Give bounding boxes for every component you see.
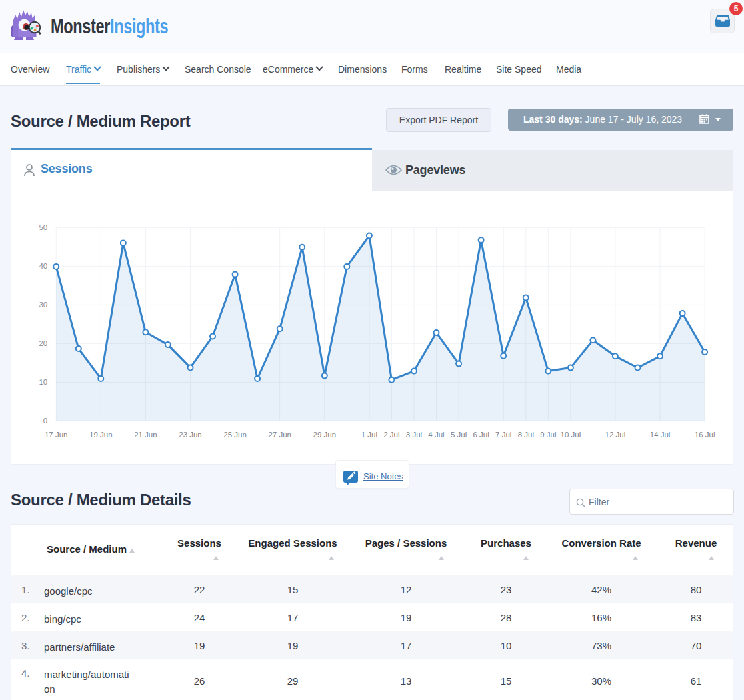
svg-text:21 Jun: 21 Jun bbox=[134, 431, 157, 439]
svg-text:40: 40 bbox=[39, 262, 47, 270]
svg-text:1 Jul: 1 Jul bbox=[361, 431, 377, 439]
svg-text:50: 50 bbox=[39, 223, 47, 231]
svg-text:6 Jul: 6 Jul bbox=[473, 431, 489, 439]
svg-text:4 Jul: 4 Jul bbox=[428, 431, 444, 439]
svg-text:29 Jun: 29 Jun bbox=[313, 431, 337, 439]
svg-text:14 Jul: 14 Jul bbox=[650, 431, 671, 439]
svg-text:16 Jul: 16 Jul bbox=[695, 431, 715, 439]
svg-text:25 Jun: 25 Jun bbox=[223, 431, 247, 439]
svg-text:27 Jun: 27 Jun bbox=[268, 431, 291, 439]
svg-text:2 Jul: 2 Jul bbox=[383, 431, 399, 439]
svg-text:19 Jun: 19 Jun bbox=[89, 431, 113, 439]
svg-text:7 Jul: 7 Jul bbox=[495, 431, 511, 439]
svg-text:10: 10 bbox=[39, 378, 47, 386]
svg-text:17 Jun: 17 Jun bbox=[45, 431, 68, 439]
svg-text:8 Jul: 8 Jul bbox=[518, 431, 534, 439]
svg-text:23 Jun: 23 Jun bbox=[179, 431, 202, 439]
svg-text:12 Jul: 12 Jul bbox=[605, 431, 626, 439]
svg-text:0: 0 bbox=[43, 417, 47, 425]
svg-text:3 Jul: 3 Jul bbox=[406, 431, 422, 439]
svg-text:10 Jul: 10 Jul bbox=[561, 431, 581, 439]
svg-text:5 Jul: 5 Jul bbox=[451, 431, 467, 439]
svg-text:30: 30 bbox=[39, 301, 47, 309]
svg-text:9 Jul: 9 Jul bbox=[540, 431, 556, 439]
svg-text:20: 20 bbox=[39, 339, 47, 347]
